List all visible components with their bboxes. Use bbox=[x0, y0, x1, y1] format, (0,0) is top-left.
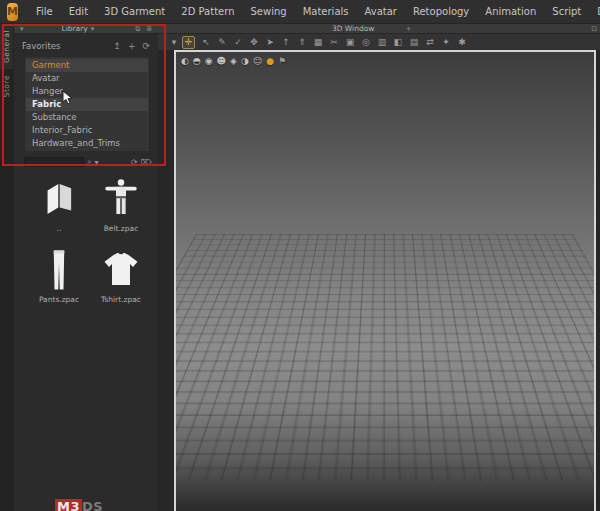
search-caret-icon[interactable]: ▾ bbox=[94, 158, 98, 167]
thumbnail-label: Belt.zpac bbox=[104, 224, 139, 233]
move-pointer-icon[interactable]: ➤ bbox=[262, 36, 278, 49]
add-favorite-icon[interactable]: + bbox=[128, 41, 136, 51]
tab-caret-icon[interactable]: ▾ bbox=[88, 24, 98, 34]
fabric-tool-icon[interactable]: ▥ bbox=[374, 36, 390, 49]
3d-toolbar: ▾✛↖✎✓✥➤↑⇑▦✂▣◎▥◧▤⇄✦✱ bbox=[158, 34, 600, 50]
tshirt-image bbox=[99, 247, 143, 293]
favorites-item-avatar[interactable]: Avatar bbox=[26, 72, 148, 85]
show-avatar-toggle-icon[interactable]: ☻ bbox=[217, 56, 226, 66]
arrangement-points-icon[interactable]: ✥ bbox=[246, 36, 262, 49]
edit-pin-icon[interactable]: ✓ bbox=[230, 36, 246, 49]
float-panel-icon[interactable]: ⧉ bbox=[132, 24, 143, 34]
add-tab-icon[interactable]: + bbox=[402, 24, 414, 34]
thumbnail-label: .. bbox=[57, 224, 62, 233]
favorites-header: Favorites ↥ + ⟳ bbox=[22, 40, 150, 52]
panel-options-icon[interactable]: ≣ bbox=[143, 24, 155, 34]
select-mesh-icon[interactable]: ↖ bbox=[198, 36, 214, 49]
sync-icon[interactable]: ⟳ bbox=[142, 41, 150, 51]
simulate-icon[interactable]: ▾ bbox=[166, 36, 182, 49]
menu-item-avatar[interactable]: Avatar bbox=[357, 0, 405, 24]
active-orange-toggle-icon[interactable]: ● bbox=[266, 56, 274, 66]
3d-window-region: 3D Window + ⊡ ▾✛↖✎✓✥➤↑⇑▦✂▣◎▥◧▤⇄✦✱ ◐◓◉☻◈◑… bbox=[158, 24, 600, 511]
library-tab-bar: ▾ Library ▾ ⧉ ≣ bbox=[14, 24, 158, 34]
watermark: M3DS bbox=[55, 499, 103, 511]
menu-item-2d-pattern[interactable]: 2D Pattern bbox=[173, 0, 242, 24]
sewing-tool-icon[interactable]: ▣ bbox=[342, 36, 358, 49]
thumbnail-tshirt[interactable]: Tshirt.zpac bbox=[90, 247, 152, 304]
belt-avatar-image bbox=[99, 176, 143, 222]
menu-item-sewing[interactable]: Sewing bbox=[243, 0, 295, 24]
sidebar-tab-store[interactable]: Store bbox=[0, 69, 13, 103]
float-window-icon[interactable]: ⊡ bbox=[588, 24, 600, 34]
pose-tool-icon[interactable]: ✱ bbox=[454, 36, 470, 49]
thumbnail-belt[interactable]: Belt.zpac bbox=[90, 176, 152, 233]
thumbnail-label: Pants.zpac bbox=[39, 295, 79, 304]
app-logo-icon: M bbox=[7, 3, 18, 21]
menu-item-file[interactable]: File bbox=[28, 0, 61, 24]
refresh-icon[interactable]: ⟳ bbox=[131, 158, 138, 167]
thumbnail-label: Tshirt.zpac bbox=[101, 295, 141, 304]
menu-item-materials[interactable]: Materials bbox=[295, 0, 357, 24]
delete-icon[interactable]: ⌦ bbox=[141, 158, 152, 167]
import-icon[interactable]: ↥ bbox=[113, 41, 121, 51]
panel-caret-icon[interactable]: ▾ bbox=[17, 24, 27, 34]
search-icon[interactable]: ⌕ bbox=[87, 157, 91, 167]
pen-tool-icon[interactable]: ✎ bbox=[214, 36, 230, 49]
menu-bar: M FileEdit3D Garment2D PatternSewingMate… bbox=[0, 0, 600, 24]
side-tab-strip: General Store bbox=[0, 24, 14, 511]
favorites-list: GarmentAvatarHangerFabricSubstanceInteri… bbox=[24, 56, 150, 152]
menu-item-animation[interactable]: Animation bbox=[477, 0, 544, 24]
pin-tool-icon[interactable]: ✦ bbox=[438, 36, 454, 49]
favorites-item-substance[interactable]: Substance bbox=[26, 111, 148, 124]
favorites-item-hanger[interactable]: Hanger bbox=[26, 85, 148, 98]
menu-item-display[interactable]: Display bbox=[589, 0, 600, 24]
thumbnail-grid: .. Belt.zpac Pan bbox=[28, 176, 152, 304]
reset-arrangement-icon[interactable]: ↑ bbox=[278, 36, 294, 49]
menu-items: FileEdit3D Garment2D PatternSewingMateri… bbox=[28, 0, 600, 24]
watermark-ds: DS bbox=[82, 499, 103, 511]
thumbnail-pants[interactable]: Pants.zpac bbox=[28, 247, 90, 304]
menu-item-script[interactable]: Script bbox=[544, 0, 589, 24]
solidify-tool-icon[interactable]: ◧ bbox=[390, 36, 406, 49]
fit-to-avatar-icon[interactable]: ⇑ bbox=[294, 36, 310, 49]
favorites-title: Favorites bbox=[22, 41, 60, 51]
sidebar-tab-general[interactable]: General bbox=[0, 24, 13, 69]
show-accessory-toggle-icon[interactable]: ◈ bbox=[230, 56, 237, 66]
library-tab[interactable]: Library bbox=[61, 24, 87, 33]
thumbnail-parent-folder[interactable]: .. bbox=[28, 176, 90, 233]
favorites-item-fabric[interactable]: Fabric bbox=[26, 98, 148, 111]
3d-window-tab[interactable]: 3D Window bbox=[332, 24, 375, 33]
pin-small-toggle-icon[interactable]: ⚑ bbox=[278, 56, 286, 66]
menu-item-3d-garment[interactable]: 3D Garment bbox=[96, 0, 173, 24]
library-panel: ▾ Library ▾ ⧉ ≣ Favorites ↥ + ⟳ GarmentA… bbox=[14, 24, 158, 511]
parent-folder-icon bbox=[37, 176, 81, 222]
watermark-m3: M3 bbox=[55, 499, 82, 511]
layer-tool-icon[interactable]: ▤ bbox=[406, 36, 422, 49]
3d-window-tab-bar: 3D Window + ⊡ bbox=[158, 24, 600, 34]
zoom-garment-toggle-icon[interactable]: ◉ bbox=[205, 56, 213, 66]
grid-tool-icon[interactable]: ▦ bbox=[310, 36, 326, 49]
scissors-tool-icon[interactable]: ✂ bbox=[326, 36, 342, 49]
ground-grid bbox=[174, 234, 596, 481]
show-garment-toggle-icon[interactable]: ◓ bbox=[193, 56, 201, 66]
swap-tool-icon[interactable]: ⇄ bbox=[422, 36, 438, 49]
search-input[interactable] bbox=[24, 157, 84, 167]
steam-tool-icon[interactable]: ◎ bbox=[358, 36, 374, 49]
select-move-icon[interactable]: ✛ bbox=[182, 36, 195, 49]
show-shoes-toggle-icon[interactable]: ◑ bbox=[241, 56, 249, 66]
menu-item-edit[interactable]: Edit bbox=[61, 0, 96, 24]
library-search-row: ⌕ ▾ ⟳ ⌦ bbox=[24, 156, 152, 168]
menu-item-retopology[interactable]: Retopology bbox=[405, 0, 477, 24]
3d-viewport[interactable]: ◐◓◉☻◈◑☺●⚑ bbox=[174, 50, 596, 511]
favorites-item-interior-fabric[interactable]: Interior_Fabric bbox=[26, 124, 148, 137]
pants-image bbox=[37, 247, 81, 293]
render-style-toggle-icon[interactable]: ◐ bbox=[181, 56, 189, 66]
avatar-pose-toggle-icon[interactable]: ☺ bbox=[253, 56, 262, 66]
viewport-display-toggles: ◐◓◉☻◈◑☺●⚑ bbox=[181, 56, 286, 66]
favorites-item-garment[interactable]: Garment bbox=[26, 59, 148, 72]
favorites-item-hardware-and-trims[interactable]: Hardware_and_Trims bbox=[26, 137, 148, 150]
